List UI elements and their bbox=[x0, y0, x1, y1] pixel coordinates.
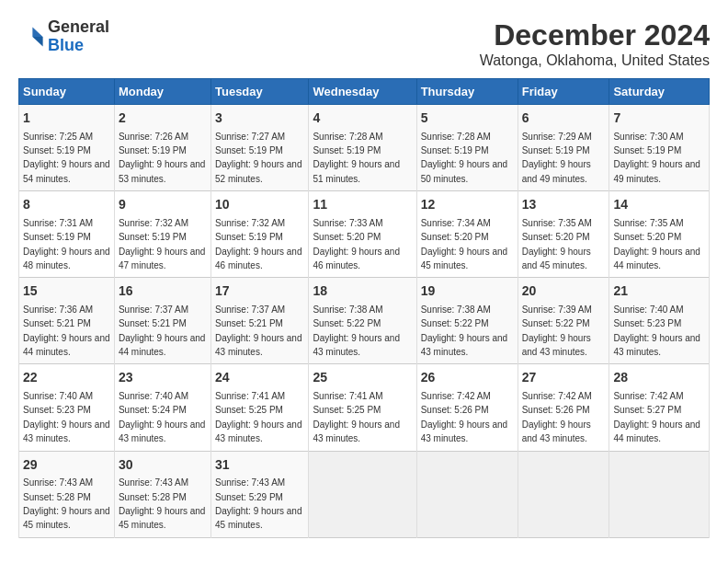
table-row: 11 Sunrise: 7:33 AM Sunset: 5:20 PM Dayl… bbox=[309, 191, 416, 278]
table-row: 19 Sunrise: 7:38 AM Sunset: 5:22 PM Dayl… bbox=[416, 278, 518, 364]
table-row: 7 Sunrise: 7:30 AM Sunset: 5:19 PM Dayli… bbox=[609, 105, 710, 191]
header-wednesday: Wednesday bbox=[309, 79, 416, 105]
table-row: 6 Sunrise: 7:29 AM Sunset: 5:19 PM Dayli… bbox=[518, 105, 609, 191]
calendar-table: Sunday Monday Tuesday Wednesday Thursday… bbox=[18, 78, 710, 538]
day-number: 18 bbox=[313, 282, 412, 301]
table-row: 1 Sunrise: 7:25 AM Sunset: 5:19 PM Dayli… bbox=[19, 105, 115, 191]
day-number: 24 bbox=[215, 369, 304, 387]
day-number: 30 bbox=[119, 456, 207, 475]
day-info: Sunrise: 7:41 AM Sunset: 5:25 PM Dayligh… bbox=[215, 391, 302, 443]
day-info: Sunrise: 7:28 AM Sunset: 5:19 PM Dayligh… bbox=[313, 132, 400, 184]
header-monday: Monday bbox=[114, 79, 210, 105]
day-number: 12 bbox=[421, 196, 514, 214]
day-info: Sunrise: 7:36 AM Sunset: 5:21 PM Dayligh… bbox=[23, 304, 110, 357]
day-info: Sunrise: 7:32 AM Sunset: 5:19 PM Dayligh… bbox=[119, 218, 206, 270]
table-row: 12 Sunrise: 7:34 AM Sunset: 5:20 PM Dayl… bbox=[416, 191, 518, 278]
table-row: 25 Sunrise: 7:41 AM Sunset: 5:25 PM Dayl… bbox=[309, 364, 416, 451]
day-info: Sunrise: 7:25 AM Sunset: 5:19 PM Dayligh… bbox=[23, 132, 110, 184]
svg-marker-0 bbox=[32, 27, 42, 37]
day-info: Sunrise: 7:38 AM Sunset: 5:22 PM Dayligh… bbox=[421, 304, 508, 357]
day-info: Sunrise: 7:34 AM Sunset: 5:20 PM Dayligh… bbox=[421, 218, 508, 270]
table-row: 24 Sunrise: 7:41 AM Sunset: 5:25 PM Dayl… bbox=[210, 364, 308, 451]
table-row: 20 Sunrise: 7:39 AM Sunset: 5:22 PM Dayl… bbox=[518, 278, 609, 364]
day-number: 23 bbox=[119, 369, 207, 387]
day-number: 28 bbox=[613, 369, 705, 387]
day-number: 21 bbox=[613, 282, 705, 301]
day-info: Sunrise: 7:35 AM Sunset: 5:20 PM Dayligh… bbox=[522, 218, 592, 270]
header-saturday: Saturday bbox=[609, 79, 710, 105]
table-row: 2 Sunrise: 7:26 AM Sunset: 5:19 PM Dayli… bbox=[114, 105, 210, 191]
day-info: Sunrise: 7:43 AM Sunset: 5:28 PM Dayligh… bbox=[119, 477, 206, 530]
table-row: 8 Sunrise: 7:31 AM Sunset: 5:19 PM Dayli… bbox=[19, 191, 115, 278]
table-row: 4 Sunrise: 7:28 AM Sunset: 5:19 PM Dayli… bbox=[309, 105, 416, 191]
day-info: Sunrise: 7:42 AM Sunset: 5:27 PM Dayligh… bbox=[613, 391, 700, 443]
day-number: 16 bbox=[119, 282, 207, 301]
day-info: Sunrise: 7:31 AM Sunset: 5:19 PM Dayligh… bbox=[23, 218, 110, 270]
title-block: December 2024 Watonga, Oklahoma, United … bbox=[480, 18, 710, 69]
day-info: Sunrise: 7:42 AM Sunset: 5:26 PM Dayligh… bbox=[421, 391, 508, 443]
day-info: Sunrise: 7:32 AM Sunset: 5:19 PM Dayligh… bbox=[215, 218, 302, 270]
day-number: 5 bbox=[421, 109, 514, 128]
logo: General Blue bbox=[18, 18, 109, 55]
table-row: 13 Sunrise: 7:35 AM Sunset: 5:20 PM Dayl… bbox=[518, 191, 609, 278]
day-info: Sunrise: 7:43 AM Sunset: 5:29 PM Dayligh… bbox=[215, 477, 302, 530]
table-row: 15 Sunrise: 7:36 AM Sunset: 5:21 PM Dayl… bbox=[19, 278, 115, 364]
day-number: 1 bbox=[23, 109, 110, 128]
svg-marker-1 bbox=[32, 37, 42, 47]
day-number: 26 bbox=[421, 369, 514, 387]
day-info: Sunrise: 7:29 AM Sunset: 5:19 PM Dayligh… bbox=[522, 132, 592, 184]
table-row: 16 Sunrise: 7:37 AM Sunset: 5:21 PM Dayl… bbox=[114, 278, 210, 364]
table-row bbox=[416, 451, 518, 537]
day-number: 27 bbox=[522, 369, 606, 387]
table-row: 3 Sunrise: 7:27 AM Sunset: 5:19 PM Dayli… bbox=[210, 105, 308, 191]
day-info: Sunrise: 7:27 AM Sunset: 5:19 PM Dayligh… bbox=[215, 132, 302, 184]
table-row: 9 Sunrise: 7:32 AM Sunset: 5:19 PM Dayli… bbox=[114, 191, 210, 278]
day-info: Sunrise: 7:35 AM Sunset: 5:20 PM Dayligh… bbox=[613, 218, 700, 270]
day-number: 17 bbox=[215, 282, 304, 301]
day-info: Sunrise: 7:39 AM Sunset: 5:22 PM Dayligh… bbox=[522, 304, 592, 357]
table-row: 18 Sunrise: 7:38 AM Sunset: 5:22 PM Dayl… bbox=[309, 278, 416, 364]
table-row: 28 Sunrise: 7:42 AM Sunset: 5:27 PM Dayl… bbox=[609, 364, 710, 451]
table-row: 17 Sunrise: 7:37 AM Sunset: 5:21 PM Dayl… bbox=[210, 278, 308, 364]
table-row: 22 Sunrise: 7:40 AM Sunset: 5:23 PM Dayl… bbox=[19, 364, 115, 451]
logo-icon bbox=[18, 24, 44, 50]
day-info: Sunrise: 7:37 AM Sunset: 5:21 PM Dayligh… bbox=[119, 304, 206, 357]
day-number: 4 bbox=[313, 109, 412, 128]
table-row: 27 Sunrise: 7:42 AM Sunset: 5:26 PM Dayl… bbox=[518, 364, 609, 451]
day-info: Sunrise: 7:30 AM Sunset: 5:19 PM Dayligh… bbox=[613, 132, 700, 184]
day-number: 29 bbox=[23, 456, 110, 475]
logo-text: General Blue bbox=[48, 18, 109, 55]
day-info: Sunrise: 7:28 AM Sunset: 5:19 PM Dayligh… bbox=[421, 132, 508, 184]
day-number: 15 bbox=[23, 282, 110, 301]
table-row: 29 Sunrise: 7:43 AM Sunset: 5:28 PM Dayl… bbox=[19, 451, 115, 537]
header-tuesday: Tuesday bbox=[210, 79, 308, 105]
table-row: 30 Sunrise: 7:43 AM Sunset: 5:28 PM Dayl… bbox=[114, 451, 210, 537]
calendar-title: December 2024 bbox=[480, 18, 710, 52]
table-row bbox=[518, 451, 609, 537]
day-info: Sunrise: 7:33 AM Sunset: 5:20 PM Dayligh… bbox=[313, 218, 400, 270]
day-number: 25 bbox=[313, 369, 412, 387]
day-info: Sunrise: 7:43 AM Sunset: 5:28 PM Dayligh… bbox=[23, 477, 110, 530]
table-row: 26 Sunrise: 7:42 AM Sunset: 5:26 PM Dayl… bbox=[416, 364, 518, 451]
table-row: 5 Sunrise: 7:28 AM Sunset: 5:19 PM Dayli… bbox=[416, 105, 518, 191]
day-number: 8 bbox=[23, 196, 110, 214]
header-thursday: Thursday bbox=[416, 79, 518, 105]
table-row: 23 Sunrise: 7:40 AM Sunset: 5:24 PM Dayl… bbox=[114, 364, 210, 451]
weekday-header-row: Sunday Monday Tuesday Wednesday Thursday… bbox=[19, 79, 710, 105]
day-number: 3 bbox=[215, 109, 304, 128]
table-row bbox=[309, 451, 416, 537]
page-header: General Blue December 2024 Watonga, Okla… bbox=[18, 18, 710, 69]
table-row bbox=[609, 451, 710, 537]
day-number: 7 bbox=[613, 109, 705, 128]
day-number: 6 bbox=[522, 109, 606, 128]
day-number: 13 bbox=[522, 196, 606, 214]
day-number: 10 bbox=[215, 196, 304, 214]
day-number: 11 bbox=[313, 196, 412, 214]
calendar-subtitle: Watonga, Oklahoma, United States bbox=[480, 52, 710, 69]
day-info: Sunrise: 7:37 AM Sunset: 5:21 PM Dayligh… bbox=[215, 304, 302, 357]
day-number: 14 bbox=[613, 196, 705, 214]
table-row: 21 Sunrise: 7:40 AM Sunset: 5:23 PM Dayl… bbox=[609, 278, 710, 364]
table-row: 14 Sunrise: 7:35 AM Sunset: 5:20 PM Dayl… bbox=[609, 191, 710, 278]
day-number: 19 bbox=[421, 282, 514, 301]
day-info: Sunrise: 7:41 AM Sunset: 5:25 PM Dayligh… bbox=[313, 391, 400, 443]
